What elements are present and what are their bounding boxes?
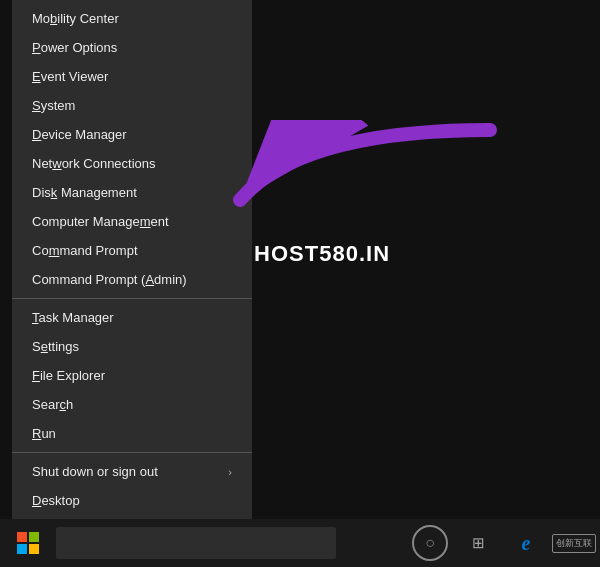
menu-item-computer-management[interactable]: Computer Management [12,207,252,236]
menu-item-command-prompt-admin[interactable]: Command Prompt (Admin) [12,265,252,294]
menu-item-settings[interactable]: Settings [12,332,252,361]
menu-divider [12,298,252,299]
menu-item-label: Network Connections [32,156,156,171]
menu-item-run[interactable]: Run [12,419,252,448]
menu-item-power-options[interactable]: Power Options [12,33,252,62]
menu-item-label: Settings [32,339,79,354]
menu-item-label: Search [32,397,73,412]
taskbar-search[interactable] [56,527,336,559]
menu-item-label: Disk Management [32,185,137,200]
menu-item-label: Device Manager [32,127,127,142]
menu-item-label: Run [32,426,56,441]
menu-item-label: Event Viewer [32,69,108,84]
windows-logo [17,532,39,554]
cortana-icon: ○ [412,525,448,561]
submenu-arrow-icon: › [228,466,232,478]
taskbar: ○ ⊞ e 创新互联 [0,519,600,567]
menu-divider [12,452,252,453]
menu-item-label: Desktop [32,493,80,508]
menu-item-disk-management[interactable]: Disk Management [12,178,252,207]
menu-item-desktop[interactable]: Desktop [12,486,252,515]
menu-item-command-prompt[interactable]: Command Prompt [12,236,252,265]
menu-item-task-manager[interactable]: Task Manager [12,303,252,332]
menu-item-label: File Explorer [32,368,105,383]
menu-item-system[interactable]: System [12,91,252,120]
menu-item-device-manager[interactable]: Device Manager [12,120,252,149]
menu-item-label: Task Manager [32,310,114,325]
edge-icon: e [522,532,531,555]
start-button[interactable] [4,519,52,567]
menu-item-label: Command Prompt (Admin) [32,272,187,287]
brand-icon[interactable]: 创新互联 [552,519,596,567]
taskbar-icons: ○ ⊞ e 创新互联 [408,519,596,567]
menu-item-shut-down[interactable]: Shut down or sign out› [12,457,252,486]
brand-label: 创新互联 [552,534,596,553]
edge-button[interactable]: e [504,519,548,567]
menu-item-label: Computer Management [32,214,169,229]
menu-item-mobility-center[interactable]: Mobility Center [12,4,252,33]
task-view-button[interactable]: ⊞ [456,519,500,567]
menu-item-label: Power Options [32,40,117,55]
menu-item-search[interactable]: Search [12,390,252,419]
context-menu: Apps and FeaturesMobility CenterPower Op… [12,0,252,519]
menu-item-label: Shut down or sign out [32,464,158,479]
cortana-button[interactable]: ○ [408,519,452,567]
menu-item-label: Command Prompt [32,243,138,258]
menu-item-event-viewer[interactable]: Event Viewer [12,62,252,91]
task-view-icon: ⊞ [472,534,485,552]
menu-item-label: System [32,98,75,113]
menu-item-label: Mobility Center [32,11,119,26]
watermark-text: GHOST580.IN [236,241,390,267]
menu-item-network-connections[interactable]: Network Connections [12,149,252,178]
menu-item-file-explorer[interactable]: File Explorer [12,361,252,390]
